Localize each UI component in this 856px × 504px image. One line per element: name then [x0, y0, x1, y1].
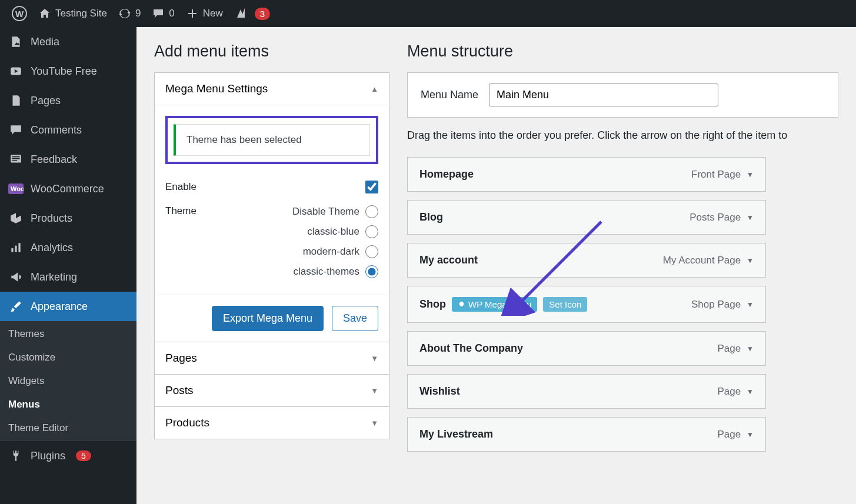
comments-link[interactable]: 0 [146, 0, 180, 27]
set-icon-button[interactable]: Set Icon [543, 297, 587, 312]
plugin-count-badge: 5 [76, 450, 91, 461]
wp-mega-menu-button[interactable]: WP Mega Menu [452, 297, 537, 312]
menu-item-title: ShopWP Mega MenuSet Icon [419, 297, 587, 312]
export-mega-menu-button[interactable]: Export Mega Menu [212, 306, 324, 331]
theme-option-classic-blue[interactable]: classic-blue [307, 225, 378, 238]
save-button[interactable]: Save [332, 306, 378, 331]
sidebar-item-label: YouTube Free [31, 65, 97, 78]
triangle-down-icon: ▼ [747, 171, 754, 179]
accordion-label: Products [165, 416, 209, 429]
yoast-icon [235, 7, 248, 20]
yoast-link[interactable]: 3 [229, 0, 276, 27]
menu-item-blog[interactable]: BlogPosts Page ▼ [407, 200, 766, 235]
submenu-themes[interactable]: Themes [0, 322, 136, 346]
theme-radio-modern-dark[interactable] [365, 245, 378, 258]
svg-rect-5 [15, 246, 16, 252]
sidebar-item-label: Marketing [31, 271, 77, 283]
theme-option-label: Disable Theme [292, 206, 359, 218]
triangle-down-icon: ▼ [371, 354, 378, 363]
pages-icon [8, 93, 24, 108]
theme-label: Theme [165, 205, 196, 217]
sidebar-item-label: Products [31, 212, 72, 225]
wp-logo-menu[interactable]: W [6, 0, 33, 27]
triangle-down-icon: ▼ [747, 213, 754, 222]
triangle-down-icon: ▼ [371, 386, 378, 395]
sidebar-item-pages[interactable]: Pages [0, 86, 136, 115]
feedback-icon [8, 152, 24, 167]
triangle-down-icon: ▼ [747, 430, 754, 439]
mega-menu-panel: Mega Menu Settings ▲ Theme has been sele… [154, 72, 389, 342]
enable-row: Enable [165, 175, 378, 199]
drag-instructions: Drag the items into the order you prefer… [407, 129, 838, 142]
plug-icon [8, 448, 24, 463]
sidebar-item-plugins[interactable]: Plugins5 [0, 441, 136, 470]
comments-icon [8, 122, 24, 138]
menu-item-shop[interactable]: ShopWP Mega MenuSet IconShop Page ▼ [407, 286, 766, 323]
sidebar-item-label: Analytics [31, 242, 73, 254]
menu-item-meta: Page ▼ [717, 343, 754, 355]
site-name: Testing Site [55, 8, 107, 19]
submenu-customize[interactable]: Customize [0, 346, 136, 369]
theme-option-label: modern-dark [303, 246, 359, 258]
menu-name-input[interactable] [489, 84, 718, 106]
triangle-down-icon: ▼ [747, 388, 754, 396]
sidebar-item-marketing[interactable]: Marketing [0, 262, 136, 292]
menu-item-meta: My Account Page ▼ [663, 255, 754, 266]
site-name-link[interactable]: Testing Site [33, 0, 113, 27]
media-icon [8, 34, 24, 49]
svg-rect-6 [18, 243, 20, 252]
plus-icon [186, 8, 198, 19]
theme-option-classic-themes[interactable]: classic-themes [294, 265, 378, 278]
accordion-pages[interactable]: Pages▼ [154, 342, 389, 375]
accordion-products[interactable]: Products▼ [154, 407, 389, 439]
yoast-count-badge: 3 [255, 8, 270, 20]
theme-option-disable[interactable]: Disable Theme [292, 205, 378, 218]
refresh-icon [119, 8, 131, 19]
svg-text:Woo: Woo [11, 185, 24, 192]
theme-radio-classic-themes[interactable] [365, 265, 378, 278]
enable-checkbox[interactable] [365, 181, 378, 193]
sidebar-item-woocommerce[interactable]: WooWooCommerce [0, 174, 136, 203]
triangle-down-icon: ▼ [747, 256, 754, 265]
sidebar-item-products[interactable]: Products [0, 203, 136, 233]
wordpress-logo-icon: W [12, 6, 27, 21]
main-content: Add menu items Mega Menu Settings ▲ Them… [136, 27, 856, 504]
sidebar-item-label: Feedback [31, 153, 77, 166]
theme-radio-disable[interactable] [365, 205, 378, 218]
accordion-posts[interactable]: Posts▼ [154, 375, 389, 407]
sidebar-item-feedback[interactable]: Feedback [0, 145, 136, 174]
sidebar-item-media[interactable]: Media [0, 27, 136, 56]
menu-name-label: Menu Name [421, 89, 478, 101]
sidebar-item-analytics[interactable]: Analytics [0, 233, 136, 262]
triangle-down-icon: ▼ [747, 345, 754, 353]
theme-radio-classic-blue[interactable] [365, 225, 378, 238]
sidebar-item-youtube-free[interactable]: YouTube Free [0, 56, 136, 86]
enable-label: Enable [165, 181, 196, 193]
admin-topbar: W Testing Site 9 0 New 3 [0, 0, 856, 27]
menu-item-my-livestream[interactable]: My LivestreamPage ▼ [407, 417, 766, 452]
menu-item-wishlist[interactable]: WishlistPage ▼ [407, 374, 766, 409]
menu-item-homepage[interactable]: HomepageFront Page ▼ [407, 157, 766, 192]
brush-icon [8, 299, 24, 314]
menu-item-meta: Page ▼ [717, 429, 754, 440]
sidebar-item-appearance[interactable]: Appearance [0, 292, 136, 321]
mega-menu-panel-header[interactable]: Mega Menu Settings ▲ [155, 73, 389, 105]
menu-item-title: About The Company [419, 342, 523, 355]
new-content-link[interactable]: New [181, 0, 229, 27]
sidebar-item-comments[interactable]: Comments [0, 115, 136, 145]
sidebar-item-label: Comments [31, 124, 82, 136]
youtube-icon [8, 64, 24, 79]
gear-icon [458, 301, 465, 308]
menu-item-about-the-company[interactable]: About The CompanyPage ▼ [407, 331, 766, 366]
marketing-icon [8, 269, 24, 285]
updates-link[interactable]: 9 [113, 0, 146, 27]
sidebar-item-label: Media [31, 36, 59, 48]
submenu-theme-editor[interactable]: Theme Editor [0, 416, 136, 440]
submenu-menus[interactable]: Menus [0, 393, 136, 416]
sidebar-item-label: Pages [31, 95, 61, 107]
menu-item-my-account[interactable]: My accountMy Account Page ▼ [407, 243, 766, 278]
theme-option-modern-dark[interactable]: modern-dark [303, 245, 378, 258]
theme-selected-notice: Theme has been selected [174, 124, 370, 156]
add-items-heading: Add menu items [154, 42, 389, 61]
submenu-widgets[interactable]: Widgets [0, 369, 136, 393]
